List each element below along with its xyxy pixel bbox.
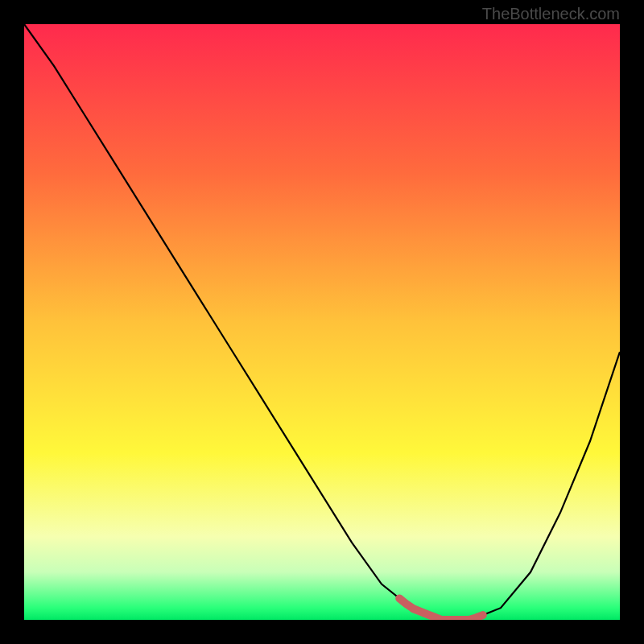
plot-area	[24, 24, 620, 620]
bottleneck-curve	[24, 24, 620, 620]
watermark: TheBottleneck.com	[482, 5, 620, 23]
optimal-range-marker	[399, 598, 483, 620]
chart-container: TheBottleneck.com	[0, 0, 644, 644]
curve-layer	[24, 24, 620, 620]
